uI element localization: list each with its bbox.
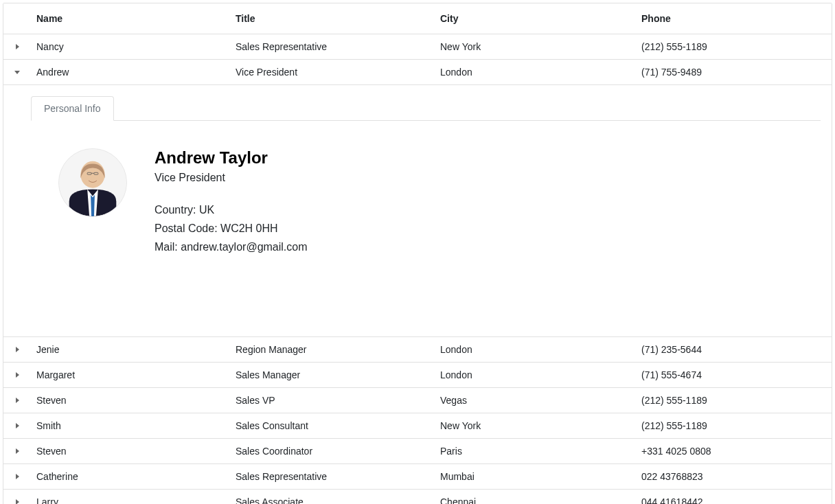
cell-name: Steven: [31, 388, 230, 413]
cell-title: Sales Consultant: [230, 413, 435, 438]
header-city[interactable]: City: [435, 3, 636, 34]
table-row[interactable]: Andrew Vice President London (71) 755-94…: [3, 60, 832, 85]
cell-phone: 022 43768823: [636, 464, 832, 489]
cell-phone: +331 4025 0808: [636, 439, 832, 463]
header-name[interactable]: Name: [31, 3, 230, 34]
header-phone[interactable]: Phone: [636, 3, 832, 34]
cell-city: London: [435, 60, 636, 84]
cell-name: Steven: [31, 439, 230, 463]
cell-phone: (212) 555-1189: [636, 413, 832, 438]
cell-city: Paris: [435, 439, 636, 463]
chevron-right-icon: [16, 398, 19, 403]
avatar: [58, 148, 127, 217]
detail-panel: Personal Info: [3, 85, 832, 337]
cell-city: New York: [435, 413, 636, 438]
cell-title: Sales Associate: [230, 490, 435, 504]
cell-city: Vegas: [435, 388, 636, 413]
cell-city: Mumbai: [435, 464, 636, 489]
table-row[interactable]: Catherine Sales Representative Mumbai 02…: [3, 464, 832, 490]
tab-personal-info[interactable]: Personal Info: [31, 96, 114, 121]
detail-postal: Postal Code: WC2H 0HH: [155, 219, 308, 238]
cell-name: Catherine: [31, 464, 230, 489]
grid-header-row: Name Title City Phone: [3, 3, 832, 34]
detail-country: Country: UK: [155, 201, 308, 219]
table-row[interactable]: Nancy Sales Representative New York (212…: [3, 34, 832, 60]
table-row[interactable]: Smith Sales Consultant New York (212) 55…: [3, 413, 832, 439]
cell-phone: (212) 555-1189: [636, 34, 832, 59]
cell-title: Sales Representative: [230, 464, 435, 489]
header-title[interactable]: Title: [230, 3, 435, 34]
cell-name: Nancy: [31, 34, 230, 59]
table-row[interactable]: Jenie Region Manager London (71) 235-564…: [3, 337, 832, 363]
header-expand-spacer: [3, 3, 31, 34]
cell-name: Jenie: [31, 337, 230, 362]
table-row[interactable]: Steven Sales Coordinator Paris +331 4025…: [3, 439, 832, 464]
cell-title: Vice President: [230, 60, 435, 84]
detail-mail: Mail: andrew.taylor@gmail.com: [155, 238, 308, 256]
table-row[interactable]: Larry Sales Associate Chennai 044 416184…: [3, 490, 832, 504]
expand-toggle[interactable]: [3, 44, 31, 49]
cell-phone: 044 41618442: [636, 490, 832, 504]
detail-text: Andrew Taylor Vice President Country: UK…: [155, 148, 308, 257]
cell-title: Sales Representative: [230, 34, 435, 59]
chevron-right-icon: [16, 448, 19, 454]
avatar-image: [59, 149, 126, 216]
cell-title: Sales Coordinator: [230, 439, 435, 463]
detail-title: Vice President: [155, 172, 308, 184]
expand-toggle[interactable]: [3, 474, 31, 479]
data-grid: Name Title City Phone Nancy Sales Repres…: [3, 3, 832, 504]
cell-phone: (71) 755-9489: [636, 60, 832, 84]
table-row[interactable]: Steven Sales VP Vegas (212) 555-1189: [3, 388, 832, 413]
cell-phone: (212) 555-1189: [636, 388, 832, 413]
cell-city: Chennai: [435, 490, 636, 504]
cell-phone: (71) 235-5644: [636, 337, 832, 362]
expand-toggle[interactable]: [3, 423, 31, 428]
cell-name: Smith: [31, 413, 230, 438]
chevron-right-icon: [16, 372, 19, 378]
chevron-down-icon: [14, 71, 20, 74]
cell-title: Region Manager: [230, 337, 435, 362]
chevron-right-icon: [16, 423, 19, 428]
cell-phone: (71) 555-4674: [636, 363, 832, 387]
cell-title: Sales Manager: [230, 363, 435, 387]
expand-toggle[interactable]: [3, 372, 31, 378]
expand-toggle[interactable]: [3, 71, 31, 74]
cell-title: Sales VP: [230, 388, 435, 413]
tab-bar: Personal Info: [31, 96, 821, 121]
chevron-right-icon: [16, 347, 19, 352]
cell-city: New York: [435, 34, 636, 59]
expand-toggle[interactable]: [3, 448, 31, 454]
table-row[interactable]: Margaret Sales Manager London (71) 555-4…: [3, 363, 832, 388]
cell-city: London: [435, 337, 636, 362]
cell-name: Andrew: [31, 60, 230, 84]
cell-name: Margaret: [31, 363, 230, 387]
chevron-right-icon: [16, 499, 19, 504]
cell-name: Larry: [31, 490, 230, 504]
chevron-right-icon: [16, 44, 19, 49]
expand-toggle[interactable]: [3, 347, 31, 352]
detail-full-name: Andrew Taylor: [155, 148, 308, 168]
detail-content: Andrew Taylor Vice President Country: UK…: [31, 121, 821, 325]
expand-toggle[interactable]: [3, 499, 31, 504]
expand-toggle[interactable]: [3, 398, 31, 403]
cell-city: London: [435, 363, 636, 387]
chevron-right-icon: [16, 474, 19, 479]
